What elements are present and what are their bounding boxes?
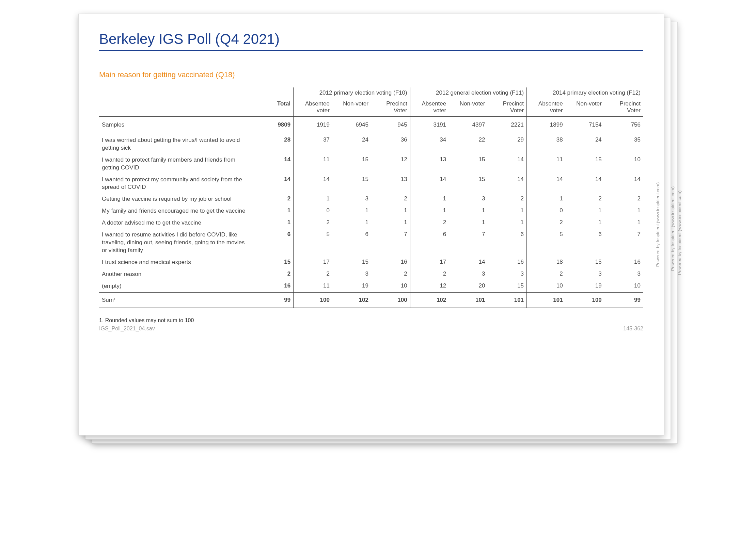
row-total: 99: [255, 292, 294, 308]
page-title: Berkeley IGS Poll (Q4 2021): [99, 31, 643, 47]
footnote: 1. Rounded values may not sum to 100: [99, 317, 643, 324]
cell: 2: [410, 217, 449, 229]
page-front: Powered by Inspirient (www.inspirient.co…: [78, 14, 664, 436]
cell: 22: [449, 134, 488, 154]
cell: 6: [410, 229, 449, 257]
cell: 1: [566, 205, 604, 217]
cell: 37: [294, 134, 332, 154]
row-total: 14: [255, 154, 294, 174]
cell: 1: [449, 205, 488, 217]
sub-header-row: Total Absentee voter Non-voter Precinct …: [99, 98, 643, 116]
cell: 101: [449, 292, 488, 308]
cell: 15: [488, 280, 526, 292]
group-title: 2012 primary election voting (F10): [294, 87, 410, 98]
total-label: Total: [255, 98, 294, 116]
data-table: 2012 primary election voting (F10) 2012 …: [99, 87, 643, 308]
cell: 7: [371, 229, 410, 257]
cell: 14: [604, 174, 643, 194]
row-label: Another reason: [99, 268, 255, 280]
cell: 16: [604, 257, 643, 268]
table-row: My family and friends encouraged me to g…: [99, 205, 643, 217]
row-label: Getting the vaccine is required by my jo…: [99, 193, 255, 205]
sub-col: Precinct Voter: [371, 98, 410, 116]
cell: 20: [449, 280, 488, 292]
cell: 2221: [488, 116, 526, 134]
cell: 11: [294, 154, 332, 174]
cell: 12: [410, 280, 449, 292]
row-total: 16: [255, 280, 294, 292]
cell: 6: [488, 229, 526, 257]
cell: 15: [332, 154, 371, 174]
cell: 1: [604, 217, 643, 229]
cell: 756: [604, 116, 643, 134]
row-label: A doctor advised me to get the vaccine: [99, 217, 255, 229]
sub-col: Non-voter: [332, 98, 371, 116]
cell: 24: [566, 134, 604, 154]
cell: 6: [332, 229, 371, 257]
footer-left: IGS_Poll_2021_04.sav: [99, 326, 155, 332]
cell: 5: [294, 229, 332, 257]
table-row: Another reason2232233233: [99, 268, 643, 280]
row-label: I wanted to protect family members and f…: [99, 154, 255, 174]
cell: 10: [604, 154, 643, 174]
sub-col: Non-voter: [449, 98, 488, 116]
cell: 19: [332, 280, 371, 292]
table-row: I wanted to protect family members and f…: [99, 154, 643, 174]
cell: 15: [566, 257, 604, 268]
cell: 14: [488, 174, 526, 194]
cell: 15: [449, 154, 488, 174]
cell: 102: [410, 292, 449, 308]
cell: 14: [294, 174, 332, 194]
cell: 1: [294, 193, 332, 205]
cell: 1: [371, 217, 410, 229]
cell: 14: [410, 174, 449, 194]
cell: 12: [371, 154, 410, 174]
cell: 945: [371, 116, 410, 134]
cell: 13: [371, 174, 410, 194]
sub-col: Absentee voter: [527, 98, 566, 116]
cell: 10: [604, 280, 643, 292]
table-row: Sum¹9910010210010210110110110099: [99, 292, 643, 308]
table-row: Samples980919196945945319143972221189971…: [99, 116, 643, 134]
table-row: I wanted to resume activities I did befo…: [99, 229, 643, 257]
group-title: 2014 primary election voting (F12): [527, 87, 643, 98]
cell: 1: [527, 193, 566, 205]
cell: 0: [527, 205, 566, 217]
cell: 2: [527, 268, 566, 280]
cell: 10: [371, 280, 410, 292]
table-row: I wanted to protect my community and soc…: [99, 174, 643, 194]
row-label: I was worried about getting the virus/I …: [99, 134, 255, 154]
table-row: I trust science and medical experts15171…: [99, 257, 643, 268]
cell: 7: [449, 229, 488, 257]
table-row: (empty)16111910122015101910: [99, 280, 643, 292]
cell: 6945: [332, 116, 371, 134]
cell: 1899: [527, 116, 566, 134]
cell: 3: [332, 193, 371, 205]
cell: 38: [527, 134, 566, 154]
side-caption: Powered by Inspirient (www.inspirient.co…: [655, 182, 660, 267]
cell: 101: [488, 292, 526, 308]
cell: 16: [371, 257, 410, 268]
cell: 7154: [566, 116, 604, 134]
row-total: 15: [255, 257, 294, 268]
row-total: 2: [255, 268, 294, 280]
cell: 1: [410, 193, 449, 205]
side-caption: Powered by Inspirient (www.inspirient.co…: [677, 191, 682, 275]
cell: 3: [566, 268, 604, 280]
cell: 19: [566, 280, 604, 292]
cell: 2: [566, 193, 604, 205]
cell: 102: [332, 292, 371, 308]
cell: 2: [371, 268, 410, 280]
cell: 36: [371, 134, 410, 154]
cell: 13: [410, 154, 449, 174]
cell: 2: [371, 193, 410, 205]
cell: 16: [488, 257, 526, 268]
row-label: Sum¹: [99, 292, 255, 308]
cell: 6: [566, 229, 604, 257]
row-total: 1: [255, 217, 294, 229]
footer-right: 145-362: [623, 326, 643, 332]
cell: 1: [566, 217, 604, 229]
cell: 101: [527, 292, 566, 308]
cell: 1: [410, 205, 449, 217]
cell: 3: [604, 268, 643, 280]
